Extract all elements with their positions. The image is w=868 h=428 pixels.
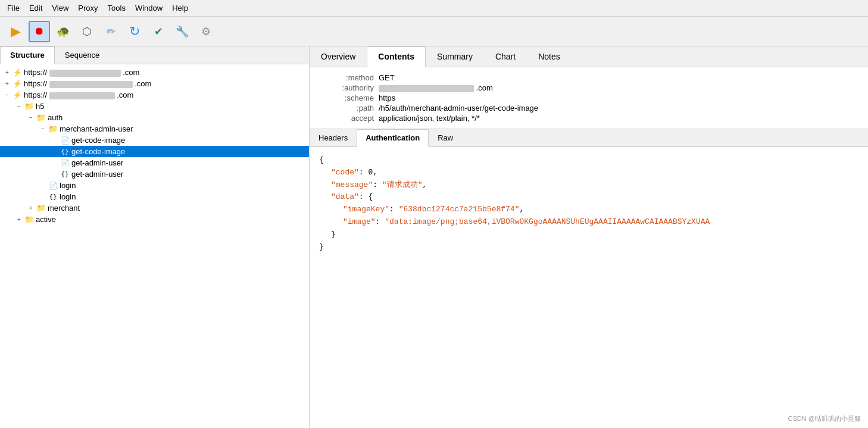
expand-gau-json — [50, 171, 60, 177]
expand-https1[interactable]: + — [2, 69, 12, 76]
menu-window[interactable]: Window — [130, 2, 167, 14]
label-https2: https:// .com — [24, 79, 151, 88]
json-value-message: "请求成功" — [382, 180, 423, 189]
menu-view[interactable]: View — [47, 2, 73, 14]
key-path: :path — [319, 104, 379, 113]
tree-item-get-code-image-json[interactable]: {} get-code-image — [0, 146, 309, 157]
expand-gci-json — [50, 148, 60, 155]
folder-icon-h5: 📁 — [24, 102, 35, 111]
label-gau-json: get-admin-user — [71, 170, 123, 179]
gear-button[interactable]: ⚙ — [195, 21, 217, 42]
folder-icon-active: 📁 — [24, 215, 35, 224]
json-value-image: "data:image/png;base64,iVBORw0KGgoAAAANS… — [385, 217, 710, 226]
tree-item-auth[interactable]: − 📁 auth — [0, 112, 309, 123]
tree-item-https3[interactable]: − ⚡ https:// .com — [0, 89, 309, 101]
label-merchant: merchant — [48, 204, 80, 213]
detail-scheme: :scheme https — [319, 93, 858, 102]
menu-proxy[interactable]: Proxy — [73, 2, 102, 14]
menubar: File Edit View Proxy Tools Window Help — [0, 0, 868, 17]
value-method: GET — [379, 73, 395, 82]
menu-edit[interactable]: Edit — [24, 2, 47, 14]
value-accept: application/json, text/plain, */* — [379, 114, 480, 123]
close-root-bracket: } — [319, 242, 324, 251]
json-value-imagekey: "638dbc1274cc7a215b5e8f74" — [399, 205, 520, 214]
label-mau: merchant-admin-user — [60, 124, 133, 133]
tree-item-login-json[interactable]: {} login — [0, 191, 309, 202]
key-scheme: :scheme — [319, 93, 379, 102]
key-authority: :authority — [319, 83, 379, 92]
tree-item-merchant[interactable]: + 📁 merchant — [0, 202, 309, 214]
expand-gci-file — [50, 137, 60, 143]
file-icon-login: 📄 — [48, 182, 58, 190]
menu-help[interactable]: Help — [167, 2, 193, 14]
expand-https3[interactable]: − — [2, 92, 12, 98]
menu-tools[interactable]: Tools — [103, 2, 130, 14]
file-icon-gau: 📄 — [60, 159, 70, 167]
tree-item-login-file[interactable]: 📄 login — [0, 180, 309, 191]
json-icon-gci: {} — [60, 148, 70, 155]
expand-https2[interactable]: + — [2, 80, 12, 87]
detail-path: :path /h5/auth/merchant-admin-user/get-c… — [319, 104, 858, 113]
folder-icon-merchant: 📁 — [36, 204, 46, 213]
tab-notes[interactable]: Notes — [527, 46, 572, 67]
value-authority: .com — [379, 83, 493, 92]
tree-item-get-admin-user-file[interactable]: 📄 get-admin-user — [0, 157, 309, 168]
json-content-area: { "code": 0, "message": "请求成功", "data": … — [310, 147, 868, 428]
request-details: :method GET :authority .com :scheme http… — [310, 67, 868, 129]
tab-sequence[interactable]: Sequence — [55, 46, 110, 64]
tree-item-merchant-admin-user[interactable]: − 📁 merchant-admin-user — [0, 123, 309, 135]
tab-chart[interactable]: Chart — [484, 46, 527, 67]
file-icon-gci: 📄 — [60, 136, 70, 145]
tab-summary[interactable]: Summary — [426, 46, 484, 67]
tree-item-get-code-image-file[interactable]: 📄 get-code-image — [0, 135, 309, 146]
refresh-button[interactable]: ↻ — [124, 21, 145, 42]
expand-active[interactable]: + — [14, 216, 24, 223]
hexagon-button[interactable]: ⬡ — [76, 21, 98, 42]
record-button[interactable]: ⏺ — [29, 21, 50, 42]
json-key-imagekey: "imageKey" — [343, 205, 389, 214]
json-icon-gau: {} — [60, 170, 70, 178]
expand-merchant[interactable]: + — [26, 205, 36, 211]
bolt-icon-https1: ⚡ — [12, 68, 23, 77]
label-h5: h5 — [36, 102, 44, 111]
menu-file[interactable]: File — [2, 2, 24, 14]
tab-overview[interactable]: Overview — [310, 46, 367, 67]
sub-tab-headers[interactable]: Headers — [310, 129, 357, 146]
json-icon-login: {} — [48, 193, 58, 201]
right-tab-bar: Overview Contents Summary Chart Notes — [310, 46, 868, 67]
bolt-icon-https2: ⚡ — [12, 79, 23, 88]
sub-tab-raw[interactable]: Raw — [429, 129, 462, 146]
tree-item-h5[interactable]: − 📁 h5 — [0, 101, 309, 112]
funnel-button[interactable]: ▶ — [5, 21, 26, 42]
watermark: CSDN @咕叽叽的小蛋腰 — [788, 414, 861, 423]
tree-item-https2[interactable]: + ⚡ https:// .com — [0, 78, 309, 89]
tree-item-active[interactable]: + 📁 active — [0, 214, 309, 225]
pen-button[interactable]: ✏ — [100, 21, 121, 42]
detail-authority: :authority .com — [319, 83, 858, 92]
label-gci-file: get-code-image — [71, 136, 125, 145]
wrench-button[interactable]: 🔧 — [171, 21, 193, 42]
turtle-button[interactable]: 🐢 — [52, 21, 74, 42]
tree-area: + ⚡ https:// .com + ⚡ https:// .com − — [0, 64, 309, 428]
json-key-message: "message" — [331, 180, 373, 189]
folder-icon-auth: 📁 — [36, 113, 46, 122]
expand-login-json — [38, 193, 48, 200]
sub-tab-authentication[interactable]: Authentication — [357, 129, 429, 147]
tree-item-get-admin-user-json[interactable]: {} get-admin-user — [0, 168, 309, 180]
expand-h5[interactable]: − — [14, 103, 24, 110]
expand-mau[interactable]: − — [38, 126, 48, 132]
check-button[interactable]: ✔ — [148, 21, 169, 42]
tab-contents[interactable]: Contents — [367, 46, 426, 67]
right-panel: Overview Contents Summary Chart Notes :m… — [310, 46, 868, 428]
tab-structure[interactable]: Structure — [0, 46, 55, 64]
key-method: :method — [319, 73, 379, 82]
expand-auth[interactable]: − — [26, 114, 36, 121]
folder-icon-mau: 📁 — [48, 124, 58, 133]
label-login-file: login — [60, 181, 76, 190]
left-tab-bar: Structure Sequence — [0, 46, 309, 64]
detail-method: :method GET — [319, 73, 858, 82]
label-gci-json: get-code-image — [71, 147, 125, 156]
main-container: Structure Sequence + ⚡ https:// .com + ⚡… — [0, 46, 868, 428]
label-https3: https:// .com — [24, 90, 133, 99]
tree-item-https1[interactable]: + ⚡ https:// .com — [0, 67, 309, 78]
